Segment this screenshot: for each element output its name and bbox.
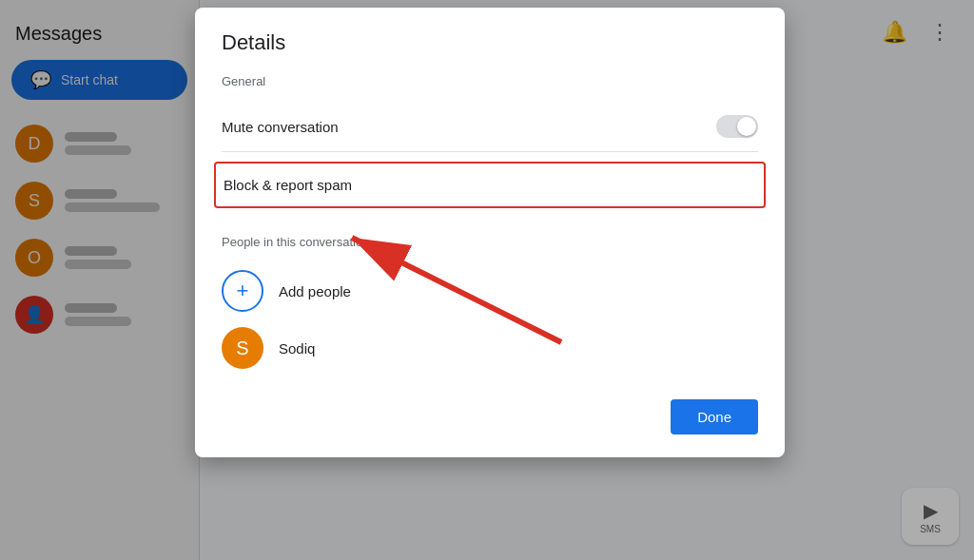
mute-toggle[interactable] — [716, 115, 758, 138]
person-row: S Sodiq — [222, 319, 758, 377]
details-dialog: Details General Mute conversation Block … — [195, 8, 785, 457]
add-people-icon: + — [222, 270, 263, 312]
person-name: Sodiq — [279, 340, 315, 357]
people-section-label: People in this conversation — [222, 235, 758, 249]
add-people-label: Add people — [279, 283, 351, 299]
mute-label: Mute conversation — [222, 119, 339, 135]
add-people-row[interactable]: + Add people — [222, 262, 758, 319]
general-section-label: General — [222, 74, 758, 88]
dialog-title: Details — [222, 30, 758, 55]
toggle-knob — [737, 117, 756, 136]
done-button[interactable]: Done — [671, 399, 758, 434]
dialog-footer: Done — [222, 399, 758, 434]
mute-conversation-row: Mute conversation — [222, 102, 758, 152]
block-report-spam-row[interactable]: Block & report spam — [214, 162, 766, 208]
person-avatar: S — [222, 327, 263, 369]
block-label: Block & report spam — [224, 177, 352, 193]
